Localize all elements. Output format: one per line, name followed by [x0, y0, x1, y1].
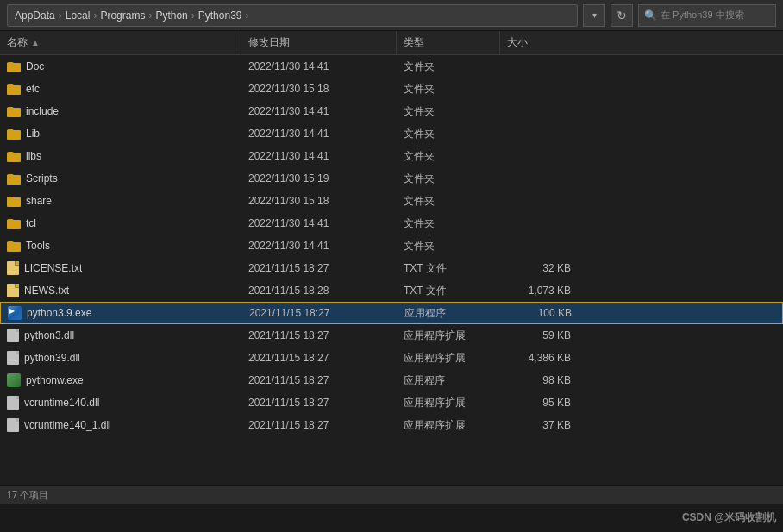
file-name-text: libs: [26, 150, 41, 162]
file-type-cell: 应用程序: [397, 373, 500, 388]
search-box[interactable]: 🔍 在 Python39 中搜索: [638, 4, 776, 27]
folder-icon: [7, 150, 21, 162]
table-row[interactable]: tcl2022/11/30 14:41文件夹: [0, 212, 783, 235]
file-size-cell: 1,073 KB: [500, 285, 578, 297]
file-date-cell: 2022/11/30 14:41: [241, 128, 397, 140]
dll-icon: [7, 396, 19, 410]
file-date-cell: 2022/11/30 14:41: [241, 240, 397, 252]
file-name-text: python3.9.exe: [27, 307, 91, 319]
table-row[interactable]: python3.9.exe2021/11/15 18:27应用程序100 KB: [0, 302, 783, 324]
file-type-cell: 文件夹: [397, 149, 500, 164]
file-date-cell: 2022/11/30 15:19: [241, 172, 397, 185]
file-name-cell: libs: [0, 150, 241, 162]
col-header-date[interactable]: 修改日期: [241, 31, 397, 54]
search-placeholder: 在 Python39 中搜索: [661, 9, 744, 22]
table-row[interactable]: python3.dll2021/11/15 18:27应用程序扩展59 KB: [0, 324, 783, 347]
table-row[interactable]: LICENSE.txt2021/11/15 18:27TXT 文件32 KB: [0, 257, 783, 279]
file-date-cell: 2021/11/15 18:27: [241, 397, 397, 409]
file-name-text: Doc: [26, 60, 44, 72]
column-headers: 名称 ▲ 修改日期 类型 大小: [0, 31, 783, 55]
table-row[interactable]: pythonw.exe2021/11/15 18:27应用程序98 KB: [0, 369, 783, 391]
table-row[interactable]: Doc2022/11/30 14:41文件夹: [0, 55, 783, 78]
table-row[interactable]: Tools2022/11/30 14:41文件夹: [0, 235, 783, 257]
file-size-cell: 37 KB: [500, 419, 578, 431]
file-type-cell: 文件夹: [397, 127, 500, 141]
table-row[interactable]: etc2022/11/30 15:18文件夹: [0, 78, 783, 100]
file-type-cell: 文件夹: [397, 216, 500, 231]
file-size-cell: 100 KB: [501, 307, 579, 319]
table-row[interactable]: Scripts2022/11/30 15:19文件夹: [0, 167, 783, 190]
file-name-text: Scripts: [26, 172, 58, 185]
file-name-cell: python3.9.exe: [1, 306, 242, 320]
file-date-cell: 2022/11/30 15:18: [241, 195, 397, 207]
file-date-cell: 2021/11/15 18:27: [241, 352, 397, 364]
col-date-label: 修改日期: [248, 35, 290, 50]
file-size-cell: 59 KB: [500, 329, 578, 341]
file-type-cell: TXT 文件: [397, 284, 500, 298]
col-header-type[interactable]: 类型: [397, 31, 500, 54]
file-name-text: pythonw.exe: [26, 374, 84, 386]
address-bar: AppData › Local › Programs › Python › Py…: [0, 0, 783, 31]
col-header-name[interactable]: 名称 ▲: [0, 31, 241, 54]
refresh-button[interactable]: ↻: [611, 4, 633, 27]
file-name-cell: etc: [0, 83, 241, 95]
folder-icon: [7, 172, 21, 185]
table-row[interactable]: vcruntime140_1.dll2021/11/15 18:27应用程序扩展…: [0, 414, 783, 436]
file-name-text: tcl: [26, 217, 36, 229]
file-name-cell: NEWS.txt: [0, 284, 241, 297]
file-type-cell: 应用程序扩展: [397, 329, 500, 343]
col-header-size[interactable]: 大小: [500, 31, 578, 54]
folder-icon: [7, 240, 21, 252]
file-name-cell: LICENSE.txt: [0, 261, 241, 275]
txt-file-icon: [7, 284, 19, 297]
status-bar: 17 个项目: [0, 485, 783, 504]
file-size-cell: 95 KB: [500, 397, 578, 409]
file-name-text: LICENSE.txt: [24, 262, 82, 274]
file-name-text: vcruntime140.dll: [24, 397, 99, 409]
file-name-cell: Lib: [0, 128, 241, 140]
file-name-text: NEWS.txt: [24, 285, 69, 297]
file-size-cell: 32 KB: [500, 262, 578, 274]
file-type-cell: TXT 文件: [397, 261, 500, 276]
col-size-label: 大小: [507, 35, 528, 50]
table-row[interactable]: share2022/11/30 15:18文件夹: [0, 190, 783, 212]
table-row[interactable]: Lib2022/11/30 14:41文件夹: [0, 122, 783, 145]
file-type-cell: 应用程序: [398, 306, 501, 321]
file-name-text: include: [26, 105, 59, 117]
file-type-cell: 文件夹: [397, 59, 500, 74]
watermark: CSDN @米码收割机: [682, 510, 776, 525]
file-size-cell: 98 KB: [500, 374, 578, 386]
table-row[interactable]: NEWS.txt2021/11/15 18:28TXT 文件1,073 KB: [0, 279, 783, 302]
file-name-cell: tcl: [0, 217, 241, 229]
file-date-cell: 2022/11/30 14:41: [241, 105, 397, 117]
sort-arrow-icon: ▲: [31, 38, 40, 47]
breadcrumb-segment: Programs: [100, 9, 145, 22]
file-type-cell: 文件夹: [397, 172, 500, 186]
file-name-cell: Scripts: [0, 172, 241, 185]
table-row[interactable]: include2022/11/30 14:41文件夹: [0, 100, 783, 122]
file-name-cell: vcruntime140_1.dll: [0, 418, 241, 432]
dropdown-button[interactable]: ▾: [583, 4, 605, 27]
table-row[interactable]: vcruntime140.dll2021/11/15 18:27应用程序扩展95…: [0, 391, 783, 414]
exew-icon: [7, 373, 21, 387]
folder-icon: [7, 128, 21, 140]
breadcrumb[interactable]: AppData › Local › Programs › Python › Py…: [7, 4, 578, 27]
file-date-cell: 2022/11/30 15:18: [241, 83, 397, 95]
file-name-text: python3.dll: [24, 329, 74, 341]
file-name-cell: share: [0, 195, 241, 207]
file-name-text: etc: [26, 83, 40, 95]
file-name-cell: python39.dll: [0, 351, 241, 365]
table-row[interactable]: python39.dll2021/11/15 18:27应用程序扩展4,386 …: [0, 347, 783, 369]
file-type-cell: 应用程序扩展: [397, 396, 500, 410]
table-row[interactable]: libs2022/11/30 14:41文件夹: [0, 145, 783, 167]
file-type-cell: 应用程序扩展: [397, 418, 500, 433]
file-date-cell: 2021/11/15 18:27: [242, 307, 398, 319]
file-date-cell: 2021/11/15 18:27: [241, 329, 397, 341]
file-type-cell: 文件夹: [397, 194, 500, 209]
dll-icon: [7, 351, 19, 365]
file-name-text: vcruntime140_1.dll: [24, 419, 111, 431]
file-name-text: Lib: [26, 128, 40, 140]
search-icon: 🔍: [644, 9, 657, 22]
dll-icon: [7, 329, 19, 342]
file-date-cell: 2021/11/15 18:27: [241, 419, 397, 431]
